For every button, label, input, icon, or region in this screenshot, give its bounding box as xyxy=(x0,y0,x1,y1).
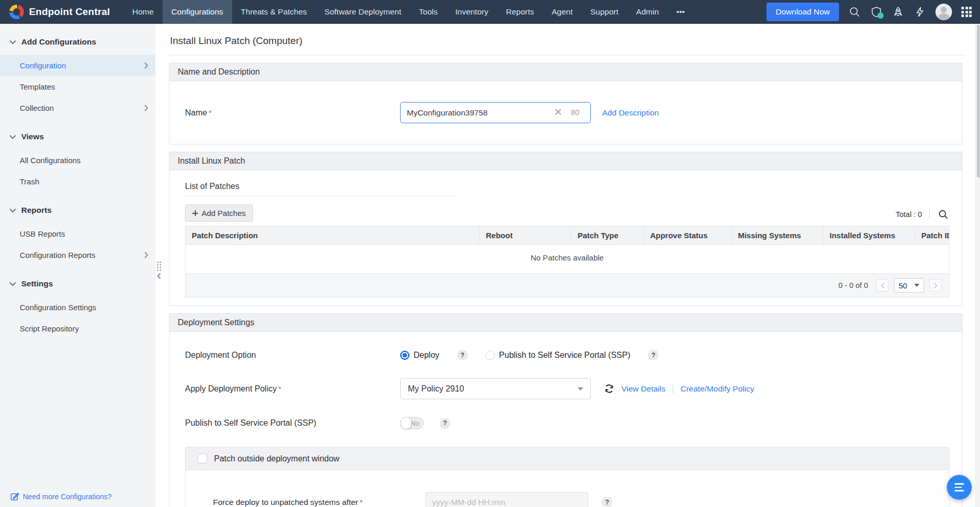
sidebar-section-settings[interactable]: Settings xyxy=(0,279,155,288)
need-more-configurations-link[interactable]: Need more Configurations? xyxy=(10,492,111,501)
help-icon[interactable]: ? xyxy=(602,497,613,507)
chevron-right-icon xyxy=(144,252,148,258)
sidebar-section-add-configurations[interactable]: Add Configurations xyxy=(0,37,155,47)
nav-item-more[interactable]: ••• xyxy=(667,0,693,24)
name-label: Name* xyxy=(185,108,400,118)
nav-right: Download Now xyxy=(766,0,980,24)
brand[interactable]: Endpoint Central xyxy=(0,0,123,24)
nav-item-support[interactable]: Support xyxy=(581,0,627,24)
chevron-right-icon xyxy=(144,105,148,111)
add-patches-button[interactable]: Add Patches xyxy=(185,205,253,222)
nav-item-admin[interactable]: Admin xyxy=(627,0,667,24)
sidebar-item-configuration[interactable]: Configuration xyxy=(0,55,155,76)
refresh-icon[interactable] xyxy=(604,384,614,394)
compose-icon xyxy=(10,492,19,501)
nav-item-reports[interactable]: Reports xyxy=(497,0,543,24)
plus-icon xyxy=(192,210,198,216)
add-description-link[interactable]: Add Description xyxy=(602,108,659,118)
column-missing-systems[interactable]: Missing Systems xyxy=(731,226,823,245)
deployment-settings-section: Deployment Settings Deployment Option De… xyxy=(169,313,962,507)
clear-input-icon[interactable] xyxy=(555,108,562,115)
patches-table: Patch Description Reboot Patch Type Appr… xyxy=(185,226,949,274)
apply-deployment-policy-label: Apply Deployment Policy* xyxy=(185,384,400,394)
ssp-toggle[interactable]: No xyxy=(400,417,424,429)
deploy-radio-label[interactable]: Deploy xyxy=(414,351,439,360)
required-marker: * xyxy=(360,498,363,506)
vertical-scrollbar[interactable] xyxy=(975,24,980,507)
sidebar-item-configuration-settings[interactable]: Configuration Settings xyxy=(0,297,155,318)
column-patch-description[interactable]: Patch Description xyxy=(186,226,480,245)
sidebar-item-templates[interactable]: Templates xyxy=(0,76,155,97)
nav-menu: Home Configurations Threats & Patches So… xyxy=(123,0,693,24)
sidebar-item-all-configurations[interactable]: All Configurations xyxy=(0,150,155,171)
sidebar-section-views[interactable]: Views xyxy=(0,132,155,141)
name-description-section: Name and Description Name* 80 Add Descri… xyxy=(169,63,962,144)
sidebar-item-configuration-reports[interactable]: Configuration Reports xyxy=(0,244,155,266)
publish-ssp-radio-label[interactable]: Publish to Self Service Portal (SSP) xyxy=(499,351,630,360)
shield-status-dot xyxy=(877,12,884,19)
endpoint-central-logo-icon xyxy=(9,5,24,19)
help-icon[interactable]: ? xyxy=(439,418,450,429)
force-deploy-date-input[interactable] xyxy=(425,492,588,507)
scrollbar-thumb[interactable] xyxy=(977,25,980,178)
column-patch-id[interactable]: Patch ID xyxy=(915,226,949,245)
apps-grid-icon[interactable] xyxy=(961,7,972,17)
column-patch-type[interactable]: Patch Type xyxy=(571,226,644,245)
publish-ssp-radio[interactable] xyxy=(486,351,495,360)
publish-ssp-toggle-label: Publish to Self Service Portal (SSP) xyxy=(185,418,400,428)
patch-outside-window-label[interactable]: Patch outside deployment window xyxy=(214,454,339,463)
section-header-install-linux-patch: Install Linux Patch xyxy=(169,152,962,170)
divider xyxy=(169,55,965,55)
create-modify-policy-link[interactable]: Create/Modify Policy xyxy=(680,384,754,394)
toggle-state: No xyxy=(410,419,419,427)
nav-item-threats-patches[interactable]: Threats & Patches xyxy=(232,0,316,24)
column-approve-status[interactable]: Approve Status xyxy=(644,226,732,245)
column-reboot[interactable]: Reboot xyxy=(479,226,571,245)
search-icon[interactable] xyxy=(848,6,861,18)
shield-icon[interactable] xyxy=(870,6,883,18)
help-icon[interactable]: ? xyxy=(457,350,468,360)
deploy-radio[interactable] xyxy=(400,351,409,360)
top-navbar: Endpoint Central Home Configurations Thr… xyxy=(0,0,980,24)
nav-item-inventory[interactable]: Inventory xyxy=(446,0,497,24)
column-installed-systems[interactable]: Installed Systems xyxy=(823,226,915,245)
list-of-patches-label: List of Patches xyxy=(185,182,239,196)
section-header-deployment-settings: Deployment Settings xyxy=(169,314,962,332)
divider xyxy=(929,210,930,219)
user-avatar[interactable] xyxy=(935,4,952,20)
download-now-button[interactable]: Download Now xyxy=(766,3,839,21)
divider xyxy=(673,385,673,393)
nav-item-agent[interactable]: Agent xyxy=(543,0,582,24)
table-search-icon[interactable] xyxy=(937,208,949,221)
sidebar-item-collection[interactable]: Collection xyxy=(0,97,155,119)
previous-page-button[interactable] xyxy=(876,279,889,292)
view-details-link[interactable]: View Details xyxy=(621,384,665,394)
chevron-down-icon xyxy=(9,40,16,45)
empty-table-row: No Patches available xyxy=(186,245,949,274)
sidebar-item-usb-reports[interactable]: USB Reports xyxy=(0,223,155,244)
deployment-option-label: Deployment Option xyxy=(185,351,400,360)
chat-widget-button[interactable] xyxy=(947,475,972,500)
char-count: 80 xyxy=(571,108,579,117)
sidebar-item-script-repository[interactable]: Script Repository xyxy=(0,318,155,339)
help-icon[interactable]: ? xyxy=(648,350,659,360)
caret-down-icon xyxy=(578,387,583,390)
patch-outside-window-checkbox[interactable] xyxy=(197,454,207,463)
patch-outside-window-box: Patch outside deployment window Force de… xyxy=(185,447,949,507)
next-page-button[interactable] xyxy=(929,279,942,292)
page-size-select[interactable]: 50 xyxy=(894,278,924,293)
caret-down-icon xyxy=(914,284,919,287)
deployment-policy-select[interactable]: My Policy 2910 xyxy=(400,378,591,399)
configuration-name-input[interactable] xyxy=(400,102,591,123)
nav-item-tools[interactable]: Tools xyxy=(410,0,446,24)
total-count: Total : 0 xyxy=(896,210,922,219)
sidebar-section-reports[interactable]: Reports xyxy=(0,206,155,215)
lightning-icon[interactable] xyxy=(914,6,926,18)
rocket-icon[interactable] xyxy=(892,6,904,18)
nav-item-home[interactable]: Home xyxy=(123,0,162,24)
nav-item-software-deployment[interactable]: Software Deployment xyxy=(316,0,410,24)
force-deploy-label: Force deploy to unpatched systems after* xyxy=(213,498,425,507)
sidebar-item-trash[interactable]: Trash xyxy=(0,171,155,192)
no-patches-message: No Patches available xyxy=(186,245,949,274)
nav-item-configurations[interactable]: Configurations xyxy=(163,0,232,24)
